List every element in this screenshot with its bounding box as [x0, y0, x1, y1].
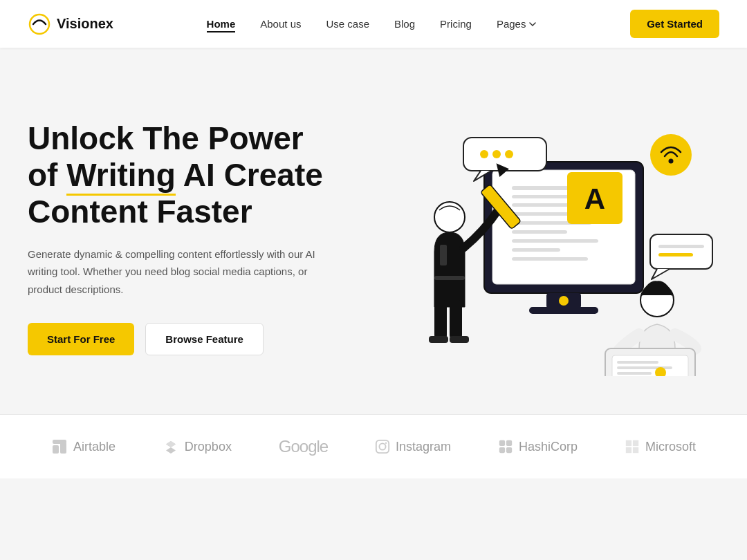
start-free-button[interactable]: Start For Free [28, 323, 134, 355]
svg-rect-45 [53, 440, 66, 444]
hero-svg: A [360, 100, 719, 376]
svg-marker-47 [166, 441, 176, 447]
svg-rect-34 [440, 245, 447, 265]
chevron-down-icon [528, 20, 537, 28]
svg-rect-57 [626, 447, 631, 453]
hero-title-writing: Writing [66, 157, 176, 194]
svg-rect-43 [53, 445, 59, 454]
svg-rect-25 [658, 253, 693, 256]
nav-link-usecase[interactable]: Use case [326, 18, 369, 30]
microsoft-icon [625, 439, 640, 454]
svg-point-5 [559, 296, 569, 306]
hero-text: Unlock The Power of Writing AI Create Co… [28, 120, 360, 355]
svg-rect-33 [434, 276, 465, 280]
logo-icon [28, 12, 51, 36]
partner-hashicorp: HashiCorp [498, 439, 578, 454]
hero-title-line3: Content Faster [28, 194, 252, 230]
svg-point-19 [492, 150, 501, 158]
hashicorp-label: HashiCorp [519, 440, 578, 454]
svg-rect-58 [633, 447, 638, 453]
browse-feature-button[interactable]: Browse Feature [145, 323, 264, 355]
svg-point-22 [669, 159, 674, 164]
svg-point-18 [480, 150, 488, 158]
partner-dropbox: Dropbox [163, 438, 232, 455]
svg-rect-54 [506, 447, 512, 453]
nav-link-blog[interactable]: Blog [394, 18, 415, 30]
svg-text:A: A [584, 183, 605, 215]
svg-point-49 [379, 443, 385, 449]
svg-rect-48 [376, 440, 389, 453]
hero-title-line2: of Writing AI Create [28, 157, 323, 193]
get-started-button[interactable]: Get Started [630, 10, 719, 38]
partner-google: Google [279, 437, 328, 456]
svg-point-20 [505, 150, 513, 158]
partner-instagram: Instagram [375, 439, 451, 454]
svg-point-21 [650, 134, 692, 176]
svg-rect-28 [450, 300, 462, 338]
nav-link-pages[interactable]: Pages [497, 18, 526, 30]
nav-item-pricing[interactable]: Pricing [440, 18, 472, 30]
hero-description: Generate dynamic & compelling content ef… [28, 245, 318, 299]
svg-rect-14 [512, 257, 588, 261]
airtable-icon [51, 438, 68, 455]
instagram-label: Instagram [396, 440, 451, 454]
microsoft-label: Microsoft [645, 440, 696, 454]
instagram-icon [375, 439, 390, 454]
svg-rect-56 [633, 440, 638, 446]
nav-item-about[interactable]: About us [260, 18, 301, 30]
dropbox-label: Dropbox [185, 440, 232, 454]
svg-point-50 [385, 442, 387, 444]
nav-link-home[interactable]: Home [207, 18, 236, 32]
svg-rect-24 [658, 245, 704, 248]
hero-section: Unlock The Power of Writing AI Create Co… [0, 48, 747, 414]
google-label: Google [279, 437, 328, 456]
airtable-label: Airtable [73, 440, 116, 454]
nav-item-blog[interactable]: Blog [394, 18, 415, 30]
svg-rect-23 [650, 234, 712, 269]
svg-rect-12 [512, 239, 598, 243]
svg-rect-53 [499, 447, 505, 453]
logo-text: Visionex [57, 16, 113, 32]
partners-section: Airtable Dropbox Google Instagram HashiC… [0, 414, 747, 478]
nav-item-home[interactable]: Home [207, 18, 236, 30]
svg-rect-13 [512, 248, 560, 252]
nav-item-pages[interactable]: Pages [497, 18, 537, 30]
partner-microsoft: Microsoft [625, 439, 696, 454]
svg-rect-41 [617, 372, 652, 375]
svg-rect-52 [506, 440, 512, 446]
svg-rect-9 [512, 212, 574, 216]
svg-rect-27 [434, 300, 447, 338]
logo[interactable]: Visionex [28, 12, 113, 36]
svg-rect-29 [429, 336, 448, 343]
partner-airtable: Airtable [51, 438, 116, 455]
hero-buttons: Start For Free Browse Feature [28, 323, 360, 355]
svg-rect-4 [529, 307, 598, 314]
hero-title-line1: Unlock The Power [28, 120, 304, 156]
nav-item-usecase[interactable]: Use case [326, 18, 369, 30]
nav-link-pricing[interactable]: Pricing [440, 18, 472, 30]
hero-title: Unlock The Power of Writing AI Create Co… [28, 120, 360, 230]
nav-links: Home About us Use case Blog Pricing Page… [207, 18, 537, 30]
svg-rect-51 [499, 440, 505, 446]
hero-illustration: A [360, 93, 719, 383]
hashicorp-icon [498, 439, 513, 454]
svg-rect-55 [626, 440, 631, 446]
svg-rect-11 [512, 230, 567, 234]
svg-rect-39 [617, 361, 658, 364]
svg-rect-30 [450, 336, 469, 343]
nav-link-about[interactable]: About us [260, 18, 301, 30]
dropbox-icon [163, 438, 179, 455]
navbar: Visionex Home About us Use case Blog Pri… [0, 0, 747, 48]
svg-rect-44 [60, 442, 66, 454]
